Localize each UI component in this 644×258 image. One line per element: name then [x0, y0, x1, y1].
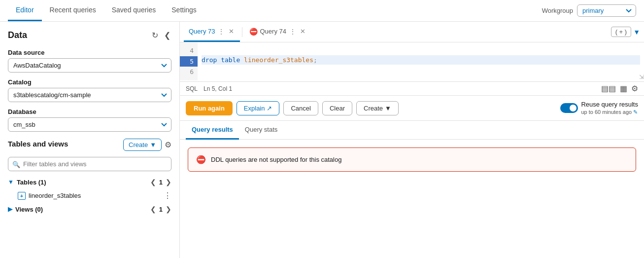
reuse-toggle-switch[interactable] [560, 103, 578, 113]
code-line [202, 45, 640, 55]
query-tab-74-label: Query 74 [260, 28, 286, 35]
reuse-toggle: Reuse query results up to 60 minutes ago… [560, 101, 638, 115]
resize-handle-icon[interactable]: ⇲ [636, 74, 644, 81]
error-box: ⛔ DDL queries are not supported for this… [188, 147, 636, 172]
tables-next-btn[interactable]: ❯ [166, 178, 171, 186]
filter-tables-input[interactable] [8, 157, 171, 171]
cancel-button[interactable]: Cancel [283, 101, 318, 115]
status-sql: SQL [186, 85, 198, 92]
chevron-down-icon: ▼ [150, 141, 156, 148]
datasource-select[interactable]: AwsDataCatalog [8, 58, 171, 73]
workgroup-area: Workgroup primary [542, 4, 636, 17]
tabs-dropdown-icon[interactable]: ▼ [633, 28, 640, 36]
views-next-btn[interactable]: ❯ [166, 205, 171, 213]
add-tab-button[interactable]: ( + ) [611, 27, 631, 37]
tables-chevron-icon[interactable]: ▼ [8, 179, 14, 185]
search-icon: 🔍 [12, 160, 20, 168]
tables-views-label: Tables and views [8, 140, 68, 148]
workgroup-select[interactable]: primary [577, 4, 636, 17]
code-line [202, 65, 640, 74]
query-tab-74-close-icon[interactable]: ✕ [299, 28, 306, 35]
tables-views-header: Tables and views Create ▼ ⚙ [8, 138, 171, 152]
query-tabs: Query 73 ⋮ ✕ ⛔ Query 74 ⋮ ✕ ( + ) ▼ [180, 22, 644, 42]
error-tab-icon: ⛔ [249, 28, 258, 36]
status-position: Ln 5, Col 1 [203, 85, 232, 92]
datasource-field: Data source AwsDataCatalog [8, 49, 171, 73]
code-line-active: drop table lineorder_s3tables; [202, 55, 640, 65]
line-numbers: 4 5 6 [180, 42, 198, 80]
sidebar-header: Data ↻ ❮ [8, 30, 171, 41]
line-number: 6 [180, 67, 198, 77]
toolbar: Run again Explain ↗ Cancel Clear Create … [180, 96, 644, 121]
nav-tab-settings[interactable]: Settings [164, 0, 204, 21]
views-chevron-icon[interactable]: ▶ [8, 206, 12, 213]
main-layout: Data ↻ ❮ Data source AwsDataCatalog Cata… [0, 22, 644, 258]
top-nav: Editor Recent queries Saved queries Sett… [0, 0, 644, 22]
filter-wrap: 🔍 [8, 157, 171, 171]
views-page: 1 [159, 206, 163, 213]
table-expand-icon[interactable]: + [18, 192, 26, 200]
views-prev-btn[interactable]: ❮ [150, 205, 156, 213]
query-tabs-actions: ( + ) ▼ [611, 27, 640, 37]
query-tab-74-more-icon[interactable]: ⋮ [288, 28, 297, 36]
catalog-field: Catalog s3tablescatalog/cm-sample [8, 78, 171, 102]
catalog-label: Catalog [8, 78, 171, 86]
tables-label: Tables (1) [17, 179, 46, 186]
chevron-down-icon: ▼ [385, 105, 391, 112]
sidebar-title: Data [8, 30, 27, 40]
nav-tab-saved-queries[interactable]: Saved queries [104, 0, 164, 21]
edit-icon[interactable]: ✎ [633, 109, 638, 115]
database-label: Database [8, 108, 171, 115]
nav-tab-editor[interactable]: Editor [8, 0, 42, 21]
list-item: + lineorder_s3tables ⋮ [8, 188, 171, 203]
query-tab-73-label: Query 73 [189, 28, 215, 35]
query-tab-74[interactable]: ⛔ Query 74 ⋮ ✕ [244, 23, 311, 42]
sidebar-actions: ↻ ❮ [151, 30, 171, 41]
gear-icon[interactable]: ⚙ [165, 140, 171, 149]
tab-separator [242, 27, 242, 37]
external-link-icon: ↗ [267, 105, 272, 112]
views-row: ▶ Views (0) ❮ 1 ❯ [8, 203, 171, 215]
table-more-icon[interactable]: ⋮ [164, 191, 171, 200]
datasource-label: Data source [8, 49, 171, 56]
error-message: DDL queries are not supported for this c… [211, 156, 341, 163]
results-tab-query-stats[interactable]: Query stats [239, 121, 283, 140]
nav-tab-recent-queries[interactable]: Recent queries [42, 0, 104, 21]
line-number-active: 5 [180, 56, 198, 67]
format-icon[interactable]: ▤▤ [601, 84, 616, 93]
views-label: Views (0) [15, 206, 43, 213]
toggle-knob [570, 105, 576, 111]
results-tab-query-results[interactable]: Query results [186, 121, 239, 140]
sidebar: Data ↻ ❮ Data source AwsDataCatalog Cata… [0, 22, 180, 258]
status-left: SQL Ln 5, Col 1 [186, 85, 232, 92]
catalog-select[interactable]: s3tablescatalog/cm-sample [8, 88, 171, 102]
create-button[interactable]: Create ▼ [356, 101, 399, 115]
refresh-icon[interactable]: ↻ [151, 30, 159, 41]
create-table-button[interactable]: Create ▼ [123, 139, 162, 151]
workgroup-label: Workgroup [542, 7, 573, 14]
query-tab-73-close-icon[interactable]: ✕ [228, 28, 235, 35]
table-icon[interactable]: ▦ [620, 84, 627, 93]
database-field: Database cm_ssb [8, 108, 171, 132]
nav-tabs: Editor Recent queries Saved queries Sett… [8, 0, 542, 21]
collapse-sidebar-icon[interactable]: ❮ [163, 30, 171, 41]
code-editor[interactable]: 4 5 6 drop table lineorder_s3tables; ⇲ [180, 42, 644, 82]
results-tabs: Query results Query stats [180, 121, 644, 140]
reuse-sub-label: up to 60 minutes ago [581, 109, 632, 115]
query-tab-73-more-icon[interactable]: ⋮ [217, 28, 226, 36]
tables-row: ▼ Tables (1) ❮ 1 ❯ [8, 176, 171, 188]
tables-page: 1 [159, 179, 163, 186]
code-content[interactable]: drop table lineorder_s3tables; [198, 42, 644, 80]
query-tab-73[interactable]: Query 73 ⋮ ✕ [184, 23, 240, 42]
run-again-button[interactable]: Run again [186, 101, 233, 115]
editor-area: Query 73 ⋮ ✕ ⛔ Query 74 ⋮ ✕ ( + ) ▼ [180, 22, 644, 258]
status-bar: SQL Ln 5, Col 1 ▤▤ ▦ ⚙ [180, 82, 644, 96]
database-select[interactable]: cm_ssb [8, 117, 171, 132]
clear-button[interactable]: Clear [322, 101, 352, 115]
explain-button[interactable]: Explain ↗ [237, 101, 280, 115]
line-number: 4 [180, 45, 198, 56]
settings-icon[interactable]: ⚙ [631, 84, 638, 93]
status-right: ▤▤ ▦ ⚙ [601, 84, 638, 93]
table-name: lineorder_s3tables [29, 192, 81, 199]
tables-prev-btn[interactable]: ❮ [150, 178, 156, 186]
